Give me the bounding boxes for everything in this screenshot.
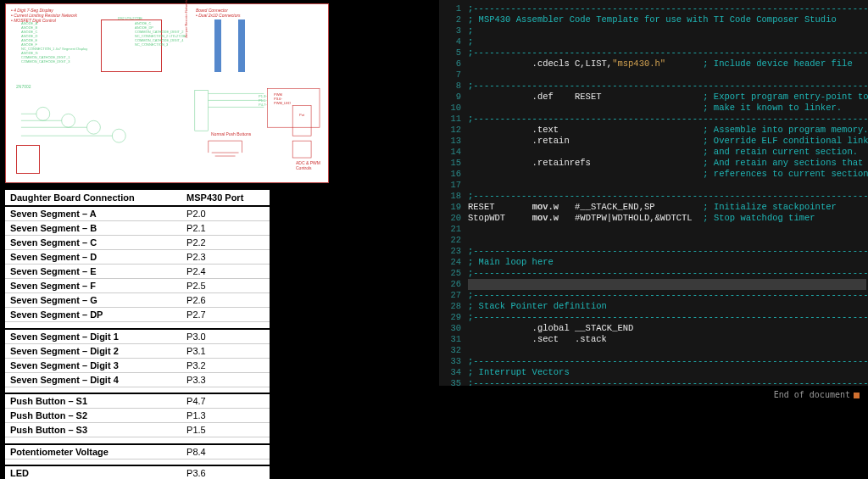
schematic-labels-right: ANODE_CANODE_DPCOMMON_CATHODE_DIGIT_2NC_… (135, 21, 186, 47)
svg-point-0 (36, 107, 50, 120)
code-editor[interactable]: 1234567891011121314151617181920212223242… (439, 0, 868, 386)
end-of-document: End of document (774, 390, 860, 399)
svg-point-3 (112, 129, 125, 142)
schematic-adc-text: ADC & PWM Controls (296, 160, 320, 170)
table-row: Seven Segment – EP2.4 (5, 265, 270, 279)
svg-point-1 (62, 114, 75, 127)
pin-table: Daughter Board Connection MSP430 Port Se… (5, 190, 270, 479)
table-row: LEDP3.6 (5, 465, 270, 479)
schematic-board-conn: Board Connector • Dual 2x10 Connectors (196, 8, 241, 18)
table-row: Push Button – S1P4.7 (5, 393, 270, 409)
component-label: DS2 LTS-2723E (118, 16, 142, 20)
table-row: Seven Segment – AP2.0 (5, 206, 270, 221)
editor-code: ;---------------------------------------… (468, 3, 868, 386)
svg-rect-10 (292, 141, 311, 158)
q-label: 2N7002 (16, 84, 31, 89)
schematic-labels-left: ANODE_AANODE_BANODE_CANODE_DANODE_EANODE… (21, 21, 87, 64)
eod-icon (854, 393, 860, 398)
svg-rect-16 (195, 90, 209, 131)
editor-gutter: 1234567891011121314151617181920212223242… (439, 3, 466, 386)
table-row: Push Button – S2P1.3 (5, 409, 270, 423)
table-row: Seven Segment – Digit 2P3.1 (5, 343, 270, 358)
table-header-port: MSP430 Port (181, 190, 270, 206)
table-row: Seven Segment – CP2.2 (5, 236, 270, 250)
table-row: Seven Segment – DPP2.7 (5, 308, 270, 322)
svg-rect-9 (292, 105, 311, 136)
table-row: Seven Segment – GP2.6 (5, 293, 270, 308)
table-row: Push Button – S3P1.5 (5, 423, 270, 437)
schematic-side-text: Jumper Resistor Network: 150 or 470 Ohms… (184, 0, 188, 38)
schematic-bottom-text: Normal Push Buttons (211, 131, 251, 136)
table-row: Seven Segment – BP2.1 (5, 221, 270, 236)
table-row: Potentiometer VoltageP8.4 (5, 444, 270, 460)
table-row: Seven Segment – FP2.5 (5, 279, 270, 293)
table-row: Seven Segment – Digit 3P3.2 (5, 358, 270, 372)
table-row: Seven Segment – DP2.3 (5, 250, 270, 265)
svg-point-2 (86, 120, 100, 134)
table-header-conn: Daughter Board Connection (5, 190, 181, 206)
schematic-image: • 4 Digit 7-Seg Display• Current Limitin… (5, 3, 329, 183)
table-row: Seven Segment – Digit 1P3.0 (5, 329, 270, 344)
pot-label: Pot (299, 113, 304, 117)
table-row: Seven Segment – Digit 4P3.3 (5, 372, 270, 387)
